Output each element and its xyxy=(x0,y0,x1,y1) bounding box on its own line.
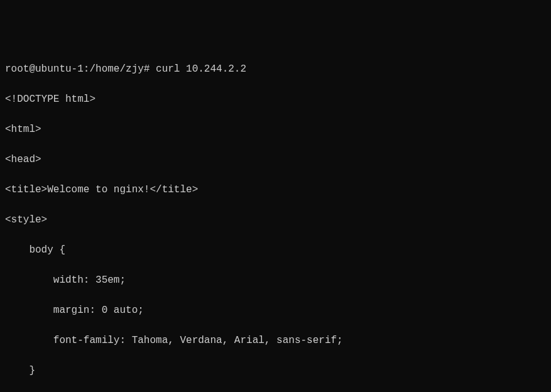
terminal-output-line: body { xyxy=(5,242,546,258)
terminal-output-line: width: 35em; xyxy=(5,273,546,288)
terminal-output-line: <style> xyxy=(5,212,546,227)
terminal-command-line[interactable]: root@ubuntu-1:/home/zjy# curl 10.244.2.2 xyxy=(5,62,546,77)
terminal-output-line: margin: 0 auto; xyxy=(5,303,546,318)
terminal-output-line: <title>Welcome to nginx!</title> xyxy=(5,182,546,197)
terminal-output-line: <!DOCTYPE html> xyxy=(5,92,546,107)
terminal-output-line: font-family: Tahoma, Verdana, Arial, san… xyxy=(5,333,546,348)
terminal-command: curl 10.244.2.2 xyxy=(156,63,246,75)
terminal-output-line: } xyxy=(5,363,546,378)
terminal-output-line: <head> xyxy=(5,152,546,167)
terminal-prompt: root@ubuntu-1:/home/zjy# xyxy=(5,63,156,75)
terminal-output-line: <html> xyxy=(5,122,546,137)
